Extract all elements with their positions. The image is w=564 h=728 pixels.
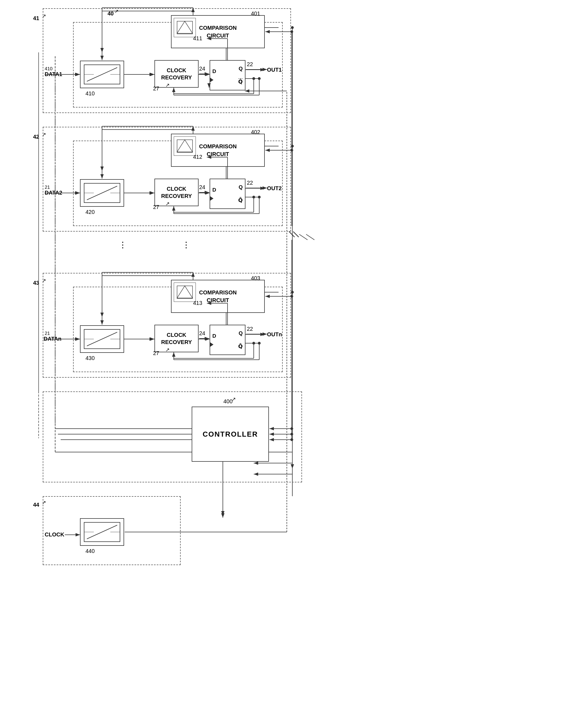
ff2-D-label: D — [212, 187, 216, 193]
ref-27-ch1: 27 — [153, 85, 159, 92]
out2-label: OUT2 — [267, 185, 281, 192]
ref-420: 420 — [85, 209, 95, 215]
ref-413: 413 — [193, 300, 202, 306]
comp-latch-413 — [174, 283, 196, 302]
comparison-401-label: COMPARISONCIRCUIT — [199, 24, 236, 39]
ref-27-chn: 27 — [153, 350, 159, 356]
svg-line-62 — [299, 234, 308, 240]
ref-27-chn-arrow: ↗ — [165, 347, 170, 353]
ref-44-arrow: ↗ — [42, 499, 46, 506]
svg-point-49 — [291, 145, 294, 147]
clock-recovery-1: CLOCKRECOVERY — [154, 60, 198, 88]
comparison-403-label: COMPARISONCIRCUIT — [199, 289, 236, 304]
svg-line-137 — [293, 232, 299, 237]
ref-400: 400 — [223, 398, 232, 405]
comp-latch-413-symbol — [176, 285, 193, 299]
ff1-D-label: D — [212, 68, 216, 74]
clock-recovery-2: CLOCKRECOVERY — [154, 179, 198, 206]
comparison-402-label: COMPARISONCIRCUIT — [199, 143, 236, 158]
ff1: D Q Q̄ — [209, 60, 245, 90]
ellipsis-2: ⋮ — [182, 240, 192, 249]
ref-27-ch1-arrow: ↗ — [165, 82, 170, 88]
ref-40-arrow: ↗ — [114, 8, 119, 14]
clock-block-440-symbol — [83, 521, 121, 543]
comp-latch-412-symbol — [176, 139, 193, 153]
clock-block-440 — [80, 518, 124, 546]
svg-line-63 — [306, 234, 315, 240]
ff1-Qbar-label: Q̄ — [238, 79, 243, 85]
channel-block-410-symbol — [83, 63, 121, 85]
ff2-Qbar-label: Q̄ — [238, 197, 243, 203]
data1-label: DATA1 — [45, 71, 62, 77]
ffn-clock-triangle — [210, 342, 213, 347]
clock-recovery-n-label: CLOCKRECOVERY — [161, 331, 192, 346]
ff1-Q-label: Q — [238, 66, 243, 72]
ref-402: 402 — [251, 129, 260, 135]
channel-block-430-symbol — [83, 328, 121, 350]
channel-block-410 — [80, 61, 124, 88]
ellipsis-1: ⋮ — [119, 240, 129, 249]
svg-rect-74 — [177, 140, 192, 152]
ref-412: 412 — [193, 154, 202, 160]
comp-latch-411 — [174, 18, 196, 37]
ref-430: 430 — [85, 355, 95, 361]
clock-recovery-1-label: CLOCKRECOVERY — [161, 67, 192, 81]
ref-440: 440 — [85, 548, 95, 554]
comp-latch-412 — [174, 136, 196, 156]
ref-21-ch2: 21 — [45, 185, 50, 190]
ffn-Q-label: Q — [238, 330, 243, 336]
controller-block: CONTROLLER — [192, 407, 269, 462]
clock-label: CLOCK — [45, 531, 64, 538]
ref-44: 44 — [33, 502, 39, 508]
ref-22-ch2: 22 — [247, 180, 253, 186]
datan-label: DATAn — [44, 336, 61, 342]
clock-recovery-n: CLOCKRECOVERY — [154, 325, 198, 352]
ref-43-arrow: ↗ — [42, 278, 46, 284]
ref-42-arrow: ↗ — [42, 131, 46, 138]
ref-21-ch1: 410 — [45, 66, 52, 72]
svg-line-136 — [289, 232, 295, 237]
ff1-clock-triangle — [210, 78, 213, 82]
svg-rect-80 — [177, 286, 192, 299]
diagram-container: 41 ↗ 40 ↗ DATA1 410 410 CLOCKRECOVERY 24… — [0, 0, 564, 728]
svg-point-48 — [291, 26, 294, 29]
ff2-Q-label: Q — [238, 184, 243, 190]
controller-label: CONTROLLER — [203, 430, 258, 439]
ref-403: 403 — [251, 275, 260, 281]
ff2-clock-triangle — [210, 196, 213, 201]
svg-rect-68 — [177, 21, 192, 34]
ref-411: 411 — [193, 35, 202, 42]
channel-block-420 — [80, 179, 124, 207]
ref-43: 43 — [33, 280, 39, 286]
ref-22-chn: 22 — [247, 326, 253, 332]
channel-block-430 — [80, 325, 124, 353]
data2-label: DATA2 — [45, 190, 62, 196]
channel-block-420-symbol — [83, 182, 121, 204]
clock-recovery-2-label: CLOCKRECOVERY — [161, 185, 192, 200]
ref-24-ch2: 24 — [199, 184, 205, 190]
ref-21-chn: 21 — [45, 331, 50, 336]
ffn-Qbar-label: Q̄ — [238, 343, 243, 350]
ref-401: 401 — [251, 10, 260, 17]
ref-27-ch2-arrow: ↗ — [165, 201, 170, 207]
out1-label: OUT1 — [267, 67, 281, 73]
ref-410: 410 — [85, 90, 95, 97]
ref-27-ch2: 27 — [153, 204, 159, 210]
ffn: D Q Q̄ — [209, 325, 245, 355]
ref-42: 42 — [33, 134, 39, 140]
ref-40: 40 — [107, 10, 114, 17]
ref-41-arrow: ↗ — [42, 13, 46, 19]
ffn-D-label: D — [212, 333, 216, 339]
comp-latch-411-symbol — [176, 21, 193, 34]
ref-41: 41 — [33, 15, 39, 22]
outn-label: OUTn — [267, 331, 282, 338]
ref-22-ch1: 22 — [247, 61, 253, 68]
ref-24-chn: 24 — [199, 330, 205, 337]
ref-24-ch1: 24 — [199, 66, 205, 72]
ff2: D Q Q̄ — [209, 179, 245, 209]
svg-point-50 — [291, 291, 294, 294]
ref-400-arrow: ↗ — [232, 396, 236, 402]
